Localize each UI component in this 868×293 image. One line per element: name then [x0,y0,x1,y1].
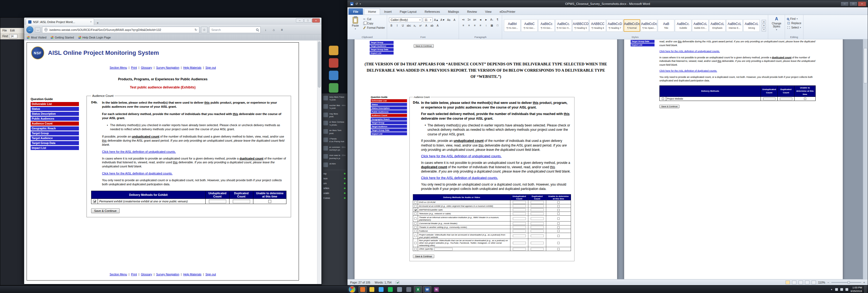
taskbar-app[interactable]: N [432,286,440,293]
unduplicated-definition-link[interactable]: Click here for the AISL definition of un… [102,150,176,153]
unduplicated-count-input[interactable] [513,212,526,215]
question-guide-item[interactable]: Impact List [31,146,79,150]
start-button[interactable] [349,286,355,293]
other-specify-input[interactable] [434,248,453,251]
notification-item[interactable]: mon was taggedjourney's post.22m [323,154,346,160]
ribbon-button[interactable]: a≡ [472,17,477,22]
question-guide-item[interactable]: Geographic Reach [371,117,407,120]
duplicated-count-input[interactable] [531,242,544,244]
question-guide-item[interactable]: Audience Count [371,114,407,117]
menu-item[interactable]: Edit [10,29,14,32]
back-button[interactable]: ← [26,26,33,33]
nav-link[interactable]: Glossary [141,273,156,276]
style-gallery-item[interactable]: AABBCC¶ Heading 6 [589,19,606,32]
ribbon-button[interactable]: U [400,23,405,28]
method-checkbox[interactable] [93,200,96,203]
web-layout-view-button[interactable] [799,281,803,284]
question-guide-item[interactable]: Target Group [31,131,79,136]
ribbon-button[interactable]: ≡ [467,23,471,28]
method-checkbox[interactable] [414,209,416,211]
page-indicator[interactable]: Page: 27 of 105 [350,281,370,284]
chat-contact[interactable]: ishkin [323,187,346,189]
style-gallery-item[interactable]: AaBbC¶ H2-Sec... [521,19,538,32]
replace-button[interactable]: Replace [787,22,801,25]
downloads-icon[interactable]: ↓ [262,27,269,33]
ribbon-tab[interactable]: Mailings [444,8,463,14]
style-gallery-item[interactable]: AaBbCcD¶ Heading 7 [607,19,623,32]
chat-contact[interactable]: uratin [323,192,346,195]
scrollbar[interactable] [317,41,321,284]
paste-button[interactable]: Paste ▾ [349,16,361,35]
home-icon[interactable]: ⌂ [271,27,277,33]
tray-expand-icon[interactable]: ▲ [831,288,833,291]
styles-scroll-up[interactable]: ▲ [762,20,766,23]
desktop-icon[interactable] [329,83,339,93]
save-icon[interactable] [350,2,353,5]
duplicated-count-input[interactable] [531,234,544,237]
new-tab-button[interactable]: + [94,21,101,25]
method-checkbox[interactable] [414,242,416,244]
nav-link[interactable]: Section Menu [110,273,131,276]
duplicated-count-input[interactable] [531,248,544,251]
close-button[interactable]: × [858,2,866,6]
notification-item[interactable]: rray likespost. [323,113,346,118]
network-icon[interactable] [835,288,838,291]
cut-button[interactable]: ✂Cut [363,17,385,21]
fullscreen-view-button[interactable] [792,281,796,284]
duplicated-definition-link[interactable]: Click here for the AISL definition of du… [102,172,173,175]
question-guide-item[interactable]: Status [371,103,407,106]
style-gallery-item[interactable]: AaBbCc¶ H3-Sec... [538,19,555,32]
notification-item[interactable]: er commentedourney's post.69m [323,146,346,152]
ribbon-tab[interactable]: Insert [380,8,396,14]
style-gallery-item[interactable]: AaBbCcLSubtle Em... [692,19,709,32]
method-checkbox[interactable] [414,226,416,228]
question-guide-item[interactable]: Target Group Data [371,128,407,131]
url-bar[interactable]: isedemo.westat.com/SOURCE/Final/SecD/Sur… [42,27,199,33]
ribbon-button[interactable]: I [395,23,400,28]
ribbon-button[interactable]: A [435,23,440,28]
method-checkbox[interactable] [414,223,416,225]
question-guide-item[interactable]: Public Audiences [31,117,79,121]
ribbon-button[interactable]: •≡ [461,17,466,22]
undo-icon[interactable]: ↺ [355,2,358,6]
ribbon-button[interactable]: Aa [446,18,451,22]
question-guide-item[interactable]: Status Description [31,112,79,116]
nav-link[interactable]: Print [131,66,141,69]
unduplicated-count-input[interactable] [513,205,526,208]
unable-checkbox[interactable] [557,205,560,207]
nav-link[interactable]: Help Materials [183,273,206,276]
ribbon-tab[interactable]: eDocPrinter [496,8,520,14]
chat-contact[interactable]: ray [323,172,346,175]
ribbon-button[interactable]: x₂ [412,23,417,28]
unduplicated-count-input[interactable] [209,200,226,203]
ribbon-button[interactable]: □ [495,23,500,28]
bookmark-item[interactable]: Help Desk Login Page [79,36,111,39]
format-painter-button[interactable]: Format Painter [363,26,385,29]
menu-item[interactable]: File [2,29,7,32]
tab-close-icon[interactable]: × [90,20,92,23]
chat-contact[interactable]: orn [323,182,346,185]
unduplicated-count-input[interactable] [513,226,526,228]
minimize-button[interactable]: ─ [296,19,304,23]
copy-button[interactable]: Copy [363,22,385,25]
ribbon-tab[interactable]: Home [364,8,380,14]
duplicated-count-input[interactable] [531,222,544,225]
taskbar-app[interactable]: W [423,286,431,293]
ribbon-tab[interactable]: Page Layout [396,8,421,14]
ribbon-tab[interactable]: File [348,8,363,14]
duplicated-count-input[interactable] [531,209,544,211]
taskbar-app[interactable] [386,286,394,293]
ribbon-button[interactable]: A▼ [440,18,446,22]
unduplicated-count-input[interactable] [513,201,526,203]
maximize-button[interactable]: □ [849,2,858,6]
ribbon-button[interactable]: ≡ [461,23,466,28]
unduplicated-count-input[interactable] [513,234,526,237]
unable-checkbox[interactable] [557,235,560,237]
outline-view-button[interactable] [805,281,809,284]
notification-item[interactable]: oucher likes's post.44m [323,104,346,110]
notification-item[interactable]: nery likes Tracey's post. [323,96,346,101]
nav-link[interactable]: Sign out [205,273,216,276]
question-guide-item[interactable]: Audience Count [31,121,79,126]
action-center-icon[interactable] [845,288,848,291]
taskbar-app[interactable] [396,286,404,293]
